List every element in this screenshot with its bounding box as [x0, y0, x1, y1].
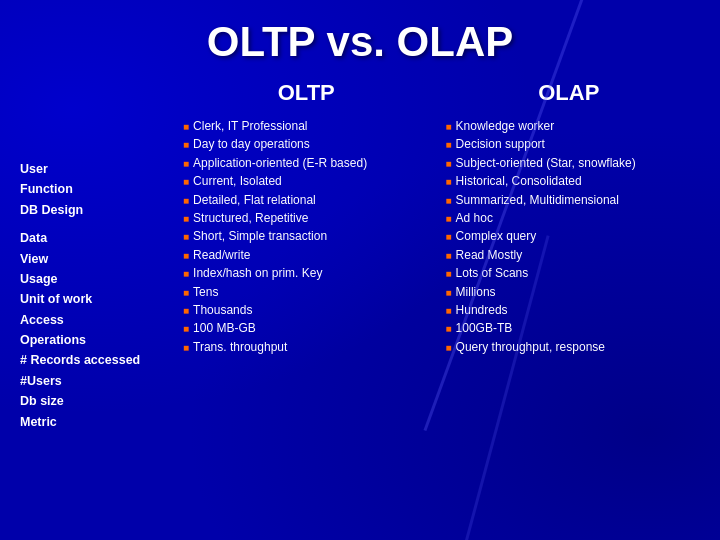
- bullet-icon-6: ■: [183, 230, 189, 245]
- oltp-text-3: Current, Isolated: [193, 173, 429, 190]
- label-records: # Records accessed: [20, 351, 175, 371]
- bullet-icon-4: ■: [183, 194, 189, 209]
- oltp-list: ■ Clerk, IT Professional ■ Day to day op…: [183, 118, 430, 356]
- oltp-text-7: Read/write: [193, 247, 429, 264]
- olap-bullet-8: ■: [446, 267, 452, 282]
- oltp-header: OLTP: [183, 76, 430, 110]
- olap-bullet-11: ■: [446, 322, 452, 337]
- label-users: #Users: [20, 372, 175, 392]
- page-title: OLTP vs. OLAP: [0, 0, 720, 76]
- olap-item-2: ■ Subject-oriented (Star, snowflake): [446, 155, 693, 172]
- bullet-icon-3: ■: [183, 175, 189, 190]
- olap-bullet-6: ■: [446, 230, 452, 245]
- olap-text-11: 100GB-TB: [456, 320, 692, 337]
- oltp-item-7: ■ Read/write: [183, 247, 430, 264]
- oltp-text-4: Detailed, Flat relational: [193, 192, 429, 209]
- olap-list: ■ Knowledge worker ■ Decision support ■ …: [446, 118, 693, 356]
- olap-item-10: ■ Hundreds: [446, 302, 693, 319]
- bullet-icon-5: ■: [183, 212, 189, 227]
- oltp-text-1: Day to day operations: [193, 136, 429, 153]
- olap-text-9: Millions: [456, 284, 692, 301]
- bullet-icon-1: ■: [183, 138, 189, 153]
- label-user: User: [20, 160, 175, 180]
- olap-text-10: Hundreds: [456, 302, 692, 319]
- bullet-icon-9: ■: [183, 286, 189, 301]
- olap-column: OLAP ■ Knowledge worker ■ Decision suppo…: [438, 76, 701, 433]
- olap-bullet-3: ■: [446, 175, 452, 190]
- label-db-size: Db size: [20, 392, 175, 412]
- olap-bullet-10: ■: [446, 304, 452, 319]
- olap-item-1: ■ Decision support: [446, 136, 693, 153]
- olap-bullet-0: ■: [446, 120, 452, 135]
- olap-item-7: ■ Read Mostly: [446, 247, 693, 264]
- olap-text-3: Historical, Consolidated: [456, 173, 692, 190]
- bullet-icon-2: ■: [183, 157, 189, 172]
- oltp-item-12: ■ Trans. throughput: [183, 339, 430, 356]
- oltp-item-8: ■ Index/hash on prim. Key: [183, 265, 430, 282]
- oltp-text-9: Tens: [193, 284, 429, 301]
- olap-item-3: ■ Historical, Consolidated: [446, 173, 693, 190]
- olap-bullet-4: ■: [446, 194, 452, 209]
- oltp-text-0: Clerk, IT Professional: [193, 118, 429, 135]
- bullet-icon-7: ■: [183, 249, 189, 264]
- oltp-item-0: ■ Clerk, IT Professional: [183, 118, 430, 135]
- olap-item-4: ■ Summarized, Multidimensional: [446, 192, 693, 209]
- olap-item-5: ■ Ad hoc: [446, 210, 693, 227]
- labels-column: User Function DB Design Data View Usage …: [20, 76, 175, 433]
- label-usage: Usage: [20, 270, 175, 290]
- oltp-item-3: ■ Current, Isolated: [183, 173, 430, 190]
- bullet-icon-10: ■: [183, 304, 189, 319]
- oltp-item-9: ■ Tens: [183, 284, 430, 301]
- label-unit-work: Unit of work: [20, 290, 175, 310]
- oltp-item-6: ■ Short, Simple transaction: [183, 228, 430, 245]
- olap-text-8: Lots of Scans: [456, 265, 692, 282]
- oltp-column: OLTP ■ Clerk, IT Professional ■ Day to d…: [175, 76, 438, 433]
- olap-text-7: Read Mostly: [456, 247, 692, 264]
- olap-header: OLAP: [446, 76, 693, 110]
- olap-item-0: ■ Knowledge worker: [446, 118, 693, 135]
- olap-text-4: Summarized, Multidimensional: [456, 192, 692, 209]
- label-db-design: DB Design: [20, 201, 175, 221]
- olap-item-11: ■ 100GB-TB: [446, 320, 693, 337]
- olap-bullet-5: ■: [446, 212, 452, 227]
- oltp-text-12: Trans. throughput: [193, 339, 429, 356]
- bullet-icon-11: ■: [183, 322, 189, 337]
- oltp-text-6: Short, Simple transaction: [193, 228, 429, 245]
- olap-text-0: Knowledge worker: [456, 118, 692, 135]
- olap-item-6: ■ Complex query: [446, 228, 693, 245]
- olap-item-9: ■ Millions: [446, 284, 693, 301]
- label-metric: Metric: [20, 413, 175, 433]
- label-function: Function: [20, 180, 175, 200]
- label-access: Access: [20, 311, 175, 331]
- oltp-item-2: ■ Application-oriented (E-R based): [183, 155, 430, 172]
- bullet-icon-8: ■: [183, 267, 189, 282]
- oltp-item-5: ■ Structured, Repetitive: [183, 210, 430, 227]
- oltp-item-4: ■ Detailed, Flat relational: [183, 192, 430, 209]
- olap-item-12: ■ Query throughput, response: [446, 339, 693, 356]
- olap-text-1: Decision support: [456, 136, 692, 153]
- olap-bullet-2: ■: [446, 157, 452, 172]
- olap-bullet-7: ■: [446, 249, 452, 264]
- oltp-text-8: Index/hash on prim. Key: [193, 265, 429, 282]
- oltp-text-2: Application-oriented (E-R based): [193, 155, 429, 172]
- bullet-icon-12: ■: [183, 341, 189, 356]
- olap-text-12: Query throughput, response: [456, 339, 692, 356]
- olap-bullet-1: ■: [446, 138, 452, 153]
- bullet-icon-0: ■: [183, 120, 189, 135]
- label-data: Data: [20, 229, 175, 249]
- oltp-item-11: ■ 100 MB-GB: [183, 320, 430, 337]
- oltp-item-1: ■ Day to day operations: [183, 136, 430, 153]
- olap-text-6: Complex query: [456, 228, 692, 245]
- olap-bullet-9: ■: [446, 286, 452, 301]
- label-operations: Operations: [20, 331, 175, 351]
- olap-bullet-12: ■: [446, 341, 452, 356]
- oltp-text-10: Thousands: [193, 302, 429, 319]
- oltp-item-10: ■ Thousands: [183, 302, 430, 319]
- olap-text-2: Subject-oriented (Star, snowflake): [456, 155, 692, 172]
- oltp-text-11: 100 MB-GB: [193, 320, 429, 337]
- oltp-text-5: Structured, Repetitive: [193, 210, 429, 227]
- label-view: View: [20, 250, 175, 270]
- olap-item-8: ■ Lots of Scans: [446, 265, 693, 282]
- olap-text-5: Ad hoc: [456, 210, 692, 227]
